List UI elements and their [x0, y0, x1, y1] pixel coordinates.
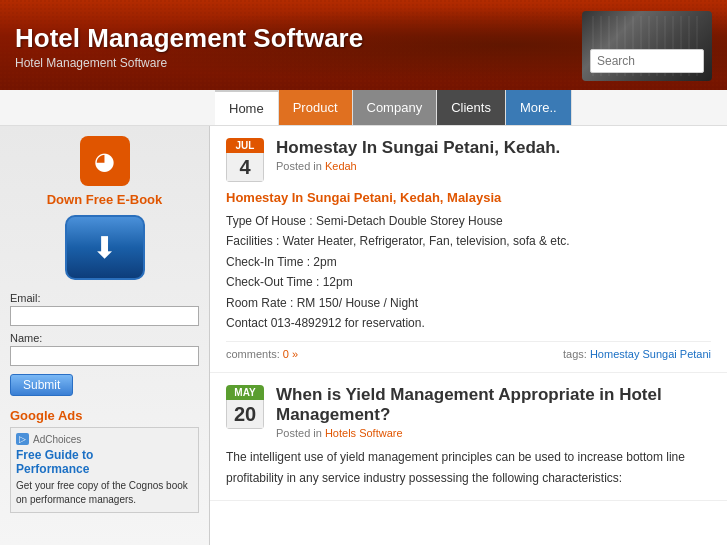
post-1-tags: tags: Homestay Sungai Petani — [563, 348, 711, 360]
post-2-category-link[interactable]: Hotels Software — [325, 427, 403, 439]
post-1-title: Homestay In Sungai Petani, Kedah. — [276, 138, 711, 158]
post-2-header: May 20 When is Yield Management Appropri… — [226, 385, 711, 439]
submit-button[interactable]: Submit — [10, 374, 73, 396]
email-input[interactable] — [10, 306, 199, 326]
ad-free-guide: Free Guide to — [16, 448, 193, 462]
rss-symbol: ◕ — [94, 147, 115, 175]
post-2-title-area: When is Yield Management Appropriate in … — [276, 385, 711, 439]
post-1-category-link[interactable]: Kedah — [325, 160, 357, 172]
google-ads-section: Google Ads ▷ AdChoices Free Guide to Per… — [10, 408, 199, 513]
header-title-area: Hotel Management Software Hotel Manageme… — [15, 23, 363, 70]
nav-item-clients[interactable]: Clients — [437, 90, 506, 125]
name-label: Name: — [10, 332, 199, 344]
ad-box: ▷ AdChoices Free Guide to Performance Ge… — [10, 427, 199, 513]
nav-item-more[interactable]: More.. — [506, 90, 572, 125]
site-title: Hotel Management Software — [15, 23, 363, 54]
nav-item-home[interactable]: Home — [215, 90, 279, 125]
search-bar[interactable]: 🔍 — [590, 49, 704, 73]
header: Hotel Management Software Hotel Manageme… — [0, 0, 727, 90]
post-1-line-4: Check-Out Time : 12pm — [226, 272, 711, 292]
ad-performance: Performance — [16, 462, 193, 476]
post-1-day: 4 — [226, 153, 264, 182]
post-1-title-area: Homestay In Sungai Petani, Kedah. Posted… — [276, 138, 711, 172]
post-1-header: Jul 4 Homestay In Sungai Petani, Kedah. … — [226, 138, 711, 182]
post-2: May 20 When is Yield Management Appropri… — [210, 373, 727, 501]
rss-section: ◕ Down Free E-Book ⬇ — [10, 136, 199, 280]
post-1-comments: comments: 0 » — [226, 348, 298, 360]
post-1-line-2: Facilities : Water Heater, Refrigerator,… — [226, 231, 711, 251]
ad-choices-label: AdChoices — [33, 434, 81, 445]
ebook-title: Down Free E-Book — [10, 192, 199, 207]
post-1-line-6: Contact 013-4892912 for reservation. — [226, 313, 711, 333]
post-1-line-5: Room Rate : RM 150/ House / Night — [226, 293, 711, 313]
email-label: Email: — [10, 292, 199, 304]
post-1-footer: comments: 0 » tags: Homestay Sungai Peta… — [226, 341, 711, 360]
ad-choices-row: ▷ AdChoices — [16, 433, 193, 445]
post-1-line-3: Check-In Time : 2pm — [226, 252, 711, 272]
download-button[interactable]: ⬇ — [65, 215, 145, 280]
post-2-month: May — [226, 385, 264, 400]
post-2-body: The intelligent use of yield management … — [226, 447, 711, 488]
post-1-month: Jul — [226, 138, 264, 153]
rss-icon: ◕ — [80, 136, 130, 186]
ad-text: Get your free copy of the Cognos book on… — [16, 480, 188, 505]
post-1: Jul 4 Homestay In Sungai Petani, Kedah. … — [210, 126, 727, 373]
post-1-tag-link[interactable]: Homestay Sungai Petani — [590, 348, 711, 360]
main-container: ◕ Down Free E-Book ⬇ Email: Name: Submit… — [0, 126, 727, 545]
header-image: 🔍 — [582, 11, 712, 81]
post-1-link[interactable]: Homestay In Sungai Petani, Kedah, Malays… — [226, 190, 711, 205]
post-2-line-1: The intelligent use of yield management … — [226, 447, 711, 467]
post-2-line-2: profitability in any service industry po… — [226, 468, 711, 488]
content-area: Jul 4 Homestay In Sungai Petani, Kedah. … — [210, 126, 727, 545]
nav-item-product[interactable]: Product — [279, 90, 353, 125]
sidebar: ◕ Down Free E-Book ⬇ Email: Name: Submit… — [0, 126, 210, 545]
site-subtitle: Hotel Management Software — [15, 56, 363, 70]
name-input[interactable] — [10, 346, 199, 366]
search-input[interactable] — [591, 52, 704, 70]
google-ads-title: Google Ads — [10, 408, 199, 423]
post-1-comments-link[interactable]: 0 » — [283, 348, 298, 360]
post-1-body: Type Of House : Semi-Detach Double Store… — [226, 211, 711, 333]
post-2-date-badge: May 20 — [226, 385, 264, 429]
form-section: Email: Name: Submit — [10, 292, 199, 396]
post-2-posted-in: Posted in Hotels Software — [276, 427, 711, 439]
nav-bar: Home Product Company Clients More.. — [0, 90, 727, 126]
post-2-day: 20 — [226, 400, 264, 429]
post-2-title: When is Yield Management Appropriate in … — [276, 385, 711, 425]
ad-choices-icon: ▷ — [16, 433, 29, 445]
post-1-line-1: Type Of House : Semi-Detach Double Store… — [226, 211, 711, 231]
post-1-posted-in: Posted in Kedah — [276, 160, 711, 172]
header-right: 🔍 — [582, 11, 712, 81]
nav-item-company[interactable]: Company — [353, 90, 438, 125]
download-arrow-icon: ⬇ — [92, 233, 117, 263]
post-1-date-badge: Jul 4 — [226, 138, 264, 182]
